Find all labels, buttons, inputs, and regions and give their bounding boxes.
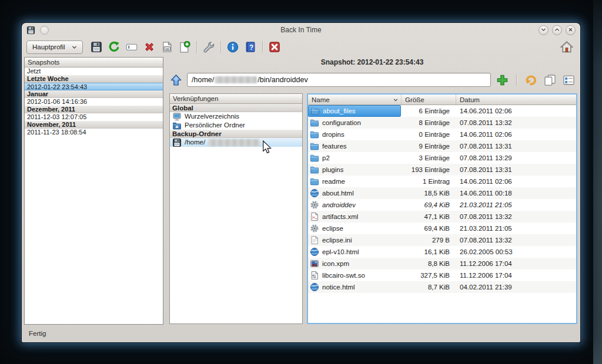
file-date-cell: 07.08.2011 13:31 xyxy=(456,143,576,150)
files-panel: Name Größe Datum about_files6 Einträge14… xyxy=(307,93,577,324)
file-size-cell: 8 Einträge xyxy=(401,119,456,126)
gear-icon xyxy=(310,224,319,233)
file-row[interactable]: features9 Einträge07.08.2011 13:31 xyxy=(308,140,576,152)
titlebar-menu-button[interactable] xyxy=(40,26,49,35)
add-shortcut-button[interactable] xyxy=(494,72,510,87)
file-size-cell: 0 Einträge xyxy=(401,131,456,138)
help-button[interactable]: ? xyxy=(243,39,258,55)
snapshot-item[interactable]: Jetzt xyxy=(25,68,163,75)
snapshot-item-label: 2012-01-06 14:16:36 xyxy=(27,98,87,105)
file-row[interactable]: libcairo-swt.so327,5 KiB11.12.2006 17:04 xyxy=(308,269,576,281)
file-row[interactable]: eclipse69,4 KiB21.03.2011 21:05 xyxy=(308,223,576,234)
file-date-cell: 07.08.2011 13:32 xyxy=(456,119,576,126)
snapshot-name-button[interactable] xyxy=(124,39,139,55)
snapshot-group-header[interactable]: Januar xyxy=(25,90,163,98)
refresh-button[interactable] xyxy=(106,39,122,55)
file-date-cell: 26.02.2005 00:53 xyxy=(456,248,576,255)
column-header-size[interactable]: Größe xyxy=(401,95,456,105)
snapshot-item[interactable]: 2012-01-06 14:16:36 xyxy=(25,98,163,106)
toolbar-separator xyxy=(516,74,517,86)
new-snapshot-button[interactable] xyxy=(177,39,192,55)
help-icon: ? xyxy=(245,41,256,53)
file-row[interactable]: dropins0 Einträge14.06.2011 02:06 xyxy=(308,129,576,140)
file-row[interactable]: about.html18,5 KiB14.06.2011 00:18 xyxy=(308,187,576,199)
file-row[interactable]: icon.xpm8,8 KiB11.12.2006 17:04 xyxy=(308,258,576,269)
file-name-cell: icon.xpm xyxy=(308,258,401,269)
column-header-name[interactable]: Name xyxy=(308,95,401,105)
restore-button[interactable] xyxy=(523,72,539,87)
path-suffix: /bin/androiddev xyxy=(257,76,307,84)
maximize-button[interactable] xyxy=(552,25,562,35)
file-date-cell: 21.03.2011 21:05 xyxy=(456,225,576,232)
xml-doc-icon xyxy=(310,212,319,221)
file-row[interactable]: epl-v10.html16,1 KiB26.02.2005 00:53 xyxy=(308,246,576,258)
status-text: Fertig xyxy=(29,330,46,337)
copy-icon xyxy=(544,74,556,86)
file-row[interactable]: readme1 Eintrag14.06.2011 02:06 xyxy=(308,176,576,187)
file-size-cell: 6 Einträge xyxy=(401,107,456,114)
file-name-label: readme xyxy=(322,178,345,185)
file-name-label: epl-v10.html xyxy=(322,248,359,255)
snapshot-log-button[interactable]: txt xyxy=(159,39,175,55)
wrench-icon xyxy=(203,41,215,53)
about-button[interactable] xyxy=(225,39,240,55)
file-name-label: configuration xyxy=(322,119,361,126)
files-list: about_files6 Einträge14.06.2011 02:06con… xyxy=(308,105,576,293)
svg-text:?: ? xyxy=(249,43,253,52)
file-row[interactable]: about_files6 Einträge14.06.2011 02:06 xyxy=(308,105,576,117)
file-row[interactable]: eclipse.ini279 B07.08.2011 13:32 xyxy=(308,234,576,246)
file-row[interactable]: notice.html8,7 KiB04.02.2011 21:39 xyxy=(308,281,576,293)
snapshot-item[interactable]: 2011-12-03 12:07:05 xyxy=(25,113,163,121)
profile-select-value: Hauptprofil xyxy=(32,43,65,50)
textfield-icon xyxy=(126,41,138,53)
folder-icon xyxy=(310,106,320,116)
file-name-cell: androiddev xyxy=(308,199,401,211)
file-name-label: about_files xyxy=(323,107,356,114)
file-row[interactable]: p23 Einträge07.08.2011 13:29 xyxy=(308,152,576,164)
file-row[interactable]: configuration8 Einträge07.08.2011 13:32 xyxy=(308,117,576,129)
toolbar-separator xyxy=(262,41,263,53)
globe-icon xyxy=(310,282,319,292)
snapshot-item[interactable]: 2011-11-23 18:08:54 xyxy=(25,129,163,136)
snapshot-group-header[interactable]: Dezember, 2011 xyxy=(25,106,163,113)
file-size-cell: 9 Einträge xyxy=(401,143,456,150)
floppy-icon xyxy=(91,41,102,53)
home-button[interactable] xyxy=(559,39,574,55)
save-snapshot-button[interactable] xyxy=(89,39,104,55)
file-row[interactable]: artifacts.xml47,1 KiB07.08.2011 13:32 xyxy=(308,211,576,223)
shortcuts-panel: Verknüpfungen GlobalWurzelverzeichnisPer… xyxy=(169,93,303,324)
column-header-date[interactable]: Datum xyxy=(456,95,576,105)
shortcut-item[interactable]: /home/ xyxy=(170,138,302,147)
file-name-cell: about_files xyxy=(308,105,401,117)
file-name-cell: readme xyxy=(308,176,401,187)
floppy-icon xyxy=(172,138,182,147)
file-name-label: p2 xyxy=(322,154,330,161)
remove-snapshot-button[interactable] xyxy=(142,39,157,55)
shortcut-item[interactable]: Persönlicher Ordner xyxy=(170,121,302,130)
close-button[interactable] xyxy=(566,25,576,35)
profile-select[interactable]: Hauptprofil xyxy=(26,41,83,54)
shortcut-group-header[interactable]: Backup-Ordner xyxy=(170,130,302,138)
settings-button[interactable] xyxy=(201,39,216,55)
file-size-cell: 16,1 KiB xyxy=(401,248,456,255)
file-date-cell: 07.08.2011 13:31 xyxy=(456,166,576,173)
file-name-label: icon.xpm xyxy=(322,260,349,267)
toolbar: Hauptprofil txt? xyxy=(22,37,580,57)
copy-button[interactable] xyxy=(542,72,557,87)
snapshot-item[interactable]: 2012-01-22 23:54:43 xyxy=(25,83,163,90)
file-row[interactable]: androiddev69,4 KiB21.03.2011 21:05 xyxy=(308,199,576,211)
path-input[interactable]: /home/ /bin/androiddev xyxy=(187,73,491,87)
titlebar[interactable]: Back In Time xyxy=(22,23,580,37)
folder-up-button[interactable] xyxy=(168,72,183,87)
details-button[interactable] xyxy=(561,72,576,87)
snapshot-group-header[interactable]: Letzte Woche xyxy=(25,75,163,83)
shortcut-item[interactable]: Wurzelverzeichnis xyxy=(170,112,302,121)
file-row[interactable]: plugins193 Einträge07.08.2011 13:31 xyxy=(308,164,576,176)
snapshot-group-header[interactable]: November, 2011 xyxy=(25,121,163,129)
minimize-button[interactable] xyxy=(539,25,549,35)
folder-icon xyxy=(310,141,319,151)
shortcut-group-header[interactable]: Global xyxy=(170,104,302,112)
quit-button[interactable] xyxy=(267,39,282,55)
file-date-cell: 11.12.2006 17:04 xyxy=(456,272,576,279)
shortcut-item-label: Wurzelverzeichnis xyxy=(185,112,239,121)
